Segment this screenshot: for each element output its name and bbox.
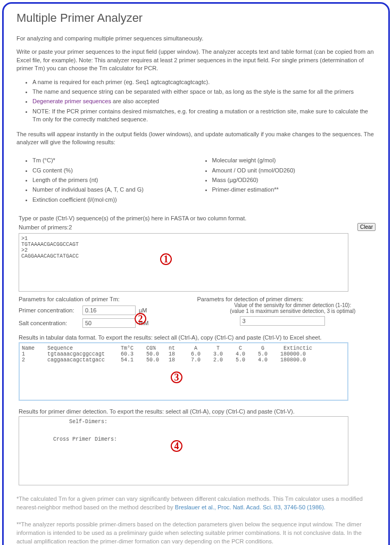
outputs-list-right: Molecular weight (g/mol) Amount / OD uni… <box>196 155 376 205</box>
note-item: NOTE: If the PCR primer contains desired… <box>32 108 376 124</box>
degenerate-link[interactable]: Degenerate primer sequences <box>32 98 111 104</box>
salt-conc-label: Salt concentration: <box>19 320 82 326</box>
sensitivity-note: (value 1 is maximum sensitive detection,… <box>210 308 376 314</box>
breslauer-link[interactable]: Breslauer et al., Proc. Natl. Acad. Sci.… <box>175 504 326 510</box>
output-item: Length of the primers (nt) <box>32 176 196 184</box>
num-primers-value: 2 <box>69 224 72 230</box>
results-hint: Results in tabular data format. To expor… <box>19 334 376 341</box>
output-item: CG content (%) <box>32 167 196 175</box>
num-primers-label: Number of primers: <box>19 224 69 230</box>
output-item: Number of individual bases (A, T, C and … <box>32 186 196 194</box>
annotation-4: 4 <box>171 440 182 452</box>
annotation-2: 2 <box>135 313 146 325</box>
results-output[interactable] <box>19 342 348 401</box>
footnote-dimer: **The analyzer reports possible primer-d… <box>16 521 376 545</box>
output-item: Molecular weight (g/mol) <box>212 156 376 164</box>
annotation-3: 3 <box>171 371 182 383</box>
note-item: Degenerate primer sequences are also acc… <box>32 97 376 105</box>
output-item: Mass (µg/OD260) <box>212 176 376 184</box>
dimers-output[interactable] <box>19 416 348 485</box>
intro-text: For analyzing and comparing multiple pri… <box>16 35 376 43</box>
footnote-tm: *The calculated Tm for a given primer ca… <box>16 495 376 512</box>
output-item: Tm (°C)* <box>32 156 196 164</box>
notes-list: A name is required for each primer (eg. … <box>16 78 376 124</box>
sensitivity-input[interactable] <box>240 316 325 326</box>
params-tm-header: Parametrs for calculation of primer Tm: <box>19 296 197 302</box>
note-item: A name is required for each primer (eg. … <box>32 78 376 86</box>
params-dimer-header: Parametrs for detection of primer dimers… <box>197 296 376 302</box>
salt-conc-input[interactable] <box>82 318 136 328</box>
dimers-hint: Results for primer dimer detection. To e… <box>19 408 376 415</box>
annotation-1: 1 <box>160 253 172 265</box>
clear-button[interactable]: Clear <box>357 223 376 231</box>
sequence-input[interactable] <box>19 233 348 292</box>
input-hint: Type or paste (Ctrl-V) sequence(s) of th… <box>19 215 376 221</box>
description-text: Write or paste your primer sequences to … <box>16 48 376 72</box>
sensitivity-label: Value of the sensivity for dimmer detect… <box>210 302 376 308</box>
output-item: Extinction coefficient (l/(mol·cm)) <box>32 196 196 204</box>
primer-conc-input[interactable] <box>82 305 136 315</box>
output-item: Primer-dimer estimation** <box>212 186 376 194</box>
page-title: Multiple Primer Analyzer <box>16 11 376 25</box>
note-item: The name and sequence string can be sepa… <box>32 88 376 96</box>
output-item: Amount / OD unit (nmol/OD260) <box>212 167 376 175</box>
outputs-list-left: Tm (°C)* CG content (%) Length of the pr… <box>16 155 196 205</box>
results-intro: The results will appear instantly in the… <box>16 130 376 147</box>
primer-conc-label: Primer concentration: <box>19 307 82 313</box>
